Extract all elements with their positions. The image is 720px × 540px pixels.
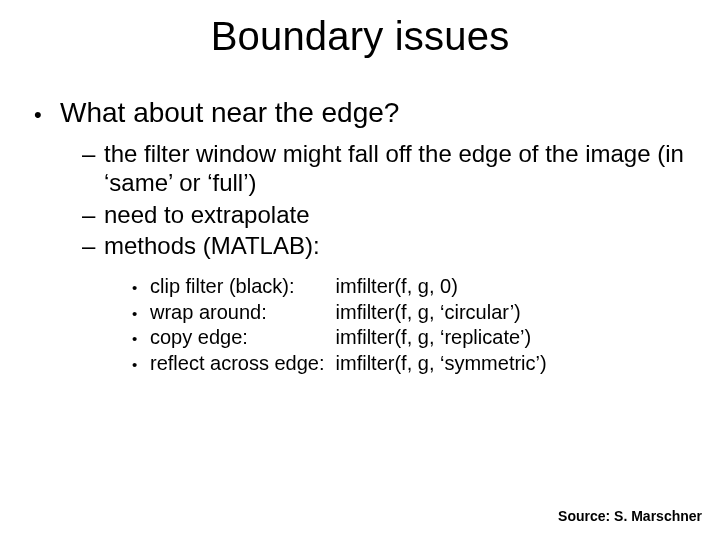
bullet-level1: • What about near the edge? xyxy=(34,97,686,129)
dash-icon: – xyxy=(82,139,104,168)
bullet-dot-icon: • xyxy=(132,278,150,298)
bullet-level2: – methods (MATLAB): xyxy=(82,231,686,260)
dash-icon: – xyxy=(82,200,104,229)
bullet-dot-icon: • xyxy=(132,329,150,349)
method-row: reflect across edge: imfilter(f, g, ‘sym… xyxy=(150,351,547,377)
bullet-level2: – need to extrapolate xyxy=(82,200,686,229)
bullet-level3: • reflect across edge: imfilter(f, g, ‘s… xyxy=(132,351,686,377)
method-label: reflect across edge: xyxy=(150,351,330,377)
method-row: clip filter (black): imfilter(f, g, 0) xyxy=(150,274,458,300)
bullet-dot-icon: • xyxy=(132,304,150,324)
method-label: copy edge: xyxy=(150,325,330,351)
slide-title: Boundary issues xyxy=(0,0,720,59)
subpoint-text: methods (MATLAB): xyxy=(104,231,320,260)
method-label: wrap around: xyxy=(150,300,330,326)
bullet-dot-icon: • xyxy=(34,101,60,129)
bullet-level3: • copy edge: imfilter(f, g, ‘replicate’) xyxy=(132,325,686,351)
subpoint-text: the filter window might fall off the edg… xyxy=(104,139,686,198)
bullet-level2: – the filter window might fall off the e… xyxy=(82,139,686,198)
source-attribution: Source: S. Marschner xyxy=(558,508,702,524)
method-code: imfilter(f, g, ‘circular’) xyxy=(336,301,521,323)
question-text: What about near the edge? xyxy=(60,97,399,129)
bullet-dot-icon: • xyxy=(132,355,150,375)
slide: Boundary issues • What about near the ed… xyxy=(0,0,720,540)
method-row: copy edge: imfilter(f, g, ‘replicate’) xyxy=(150,325,531,351)
subpoint-text: need to extrapolate xyxy=(104,200,310,229)
level2-group: – the filter window might fall off the e… xyxy=(82,139,686,376)
method-code: imfilter(f, g, ‘symmetric’) xyxy=(336,352,547,374)
dash-icon: – xyxy=(82,231,104,260)
method-code: imfilter(f, g, ‘replicate’) xyxy=(336,326,532,348)
method-label: clip filter (black): xyxy=(150,274,330,300)
method-code: imfilter(f, g, 0) xyxy=(336,275,458,297)
level3-group: • clip filter (black): imfilter(f, g, 0)… xyxy=(132,274,686,376)
bullet-level3: • wrap around: imfilter(f, g, ‘circular’… xyxy=(132,300,686,326)
slide-body: • What about near the edge? – the filter… xyxy=(0,59,720,376)
method-row: wrap around: imfilter(f, g, ‘circular’) xyxy=(150,300,521,326)
bullet-level3: • clip filter (black): imfilter(f, g, 0) xyxy=(132,274,686,300)
